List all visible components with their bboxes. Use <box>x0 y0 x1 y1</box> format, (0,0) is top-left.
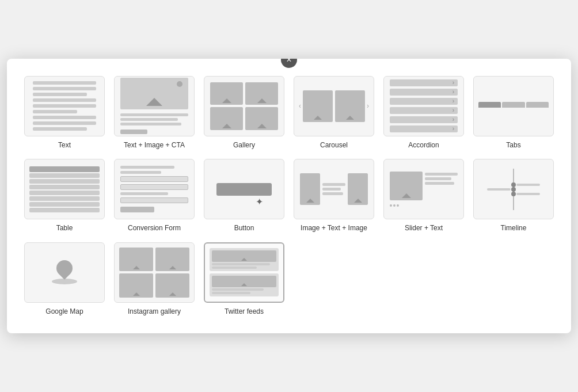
tab-item <box>478 102 501 108</box>
widget-label-button: Button <box>234 224 254 233</box>
tweet-item <box>210 248 279 271</box>
widget-item-button[interactable]: ✦ Button <box>204 159 284 233</box>
widget-thumb-carousel: ‹ › <box>294 76 374 136</box>
widget-item-slider-text[interactable]: Slider + Text <box>383 159 464 233</box>
slt-dot <box>393 204 396 207</box>
gallery-cell <box>245 82 278 105</box>
slt-line <box>425 173 458 176</box>
gallery-cell <box>210 82 243 105</box>
widget-label-gallery: Gallery <box>233 141 255 150</box>
text-icon <box>25 76 104 136</box>
carousel-main <box>303 90 365 122</box>
widget-thumb-tabs <box>473 76 554 136</box>
text-line <box>33 127 87 131</box>
close-button[interactable]: × <box>281 59 297 68</box>
widget-thumb-google-map <box>24 242 105 303</box>
text-line <box>33 87 96 90</box>
twitter-feeds-icon <box>205 243 283 301</box>
tabs-header <box>478 102 549 108</box>
iti-line <box>322 188 341 191</box>
table-data-row <box>29 196 100 201</box>
accordion-row <box>390 125 458 132</box>
widget-item-image-text-image[interactable]: Image + Text + Image <box>294 159 374 233</box>
widget-item-gallery[interactable]: Gallery <box>204 76 284 150</box>
tabs-icon <box>474 97 553 115</box>
form-input <box>120 197 188 203</box>
slt-dot <box>390 204 392 207</box>
iti-line <box>322 192 343 195</box>
button-icon: ✦ <box>204 159 284 219</box>
widget-item-text[interactable]: Text <box>24 76 105 150</box>
widget-picker-modal: × Text <box>7 59 571 334</box>
slt-line <box>425 182 454 185</box>
text-image-cta-icon <box>115 76 194 136</box>
timeline-node-dot <box>511 182 516 187</box>
widget-thumb-accordion <box>383 76 464 136</box>
widget-thumb-button: ✦ <box>204 159 284 219</box>
accordion-row <box>390 116 458 123</box>
widget-label-twitter-feeds: Twitter feeds <box>225 307 264 317</box>
slt-dots <box>390 204 423 207</box>
slider-text-icon <box>384 166 463 212</box>
accordion-icon <box>384 76 463 136</box>
ig-cell <box>119 273 153 298</box>
carousel-icon: ‹ › <box>294 86 374 127</box>
widget-label-accordion: Accordion <box>408 141 439 150</box>
widget-item-text-image-cta[interactable]: Text + Image + CTA <box>114 76 195 150</box>
timeline-icon <box>474 159 553 219</box>
table-header-row <box>29 166 100 172</box>
form-input <box>120 184 188 190</box>
slt-dot <box>397 204 399 207</box>
tic-line <box>120 113 188 116</box>
carousel-right-arrow: › <box>367 102 369 110</box>
iti-text <box>322 183 345 195</box>
accordion-row <box>390 98 458 105</box>
widget-item-timeline[interactable]: Timeline <box>473 159 554 233</box>
widget-label-tabs: Tabs <box>506 141 520 150</box>
text-line <box>33 110 77 113</box>
widget-thumb-timeline <box>473 159 554 219</box>
carousel-item <box>303 90 333 122</box>
widget-item-tabs[interactable]: Tabs <box>473 76 554 150</box>
timeline-node-dot <box>511 187 516 192</box>
gallery-cell <box>210 107 243 130</box>
widget-item-conversion-form[interactable]: Conversion Form <box>114 159 195 233</box>
widget-thumb-image-text-image <box>294 159 374 219</box>
widget-item-google-map[interactable]: Google Map <box>24 242 105 317</box>
button-widget <box>216 183 272 196</box>
map-pin <box>52 260 77 284</box>
timeline-node-dot <box>511 192 516 196</box>
tic-line <box>120 123 181 125</box>
widget-label-table: Table <box>56 224 73 233</box>
accordion-row <box>390 89 458 96</box>
form-submit-button <box>120 207 154 212</box>
text-line <box>33 93 87 96</box>
widget-item-carousel[interactable]: ‹ › Carousel <box>294 76 374 150</box>
ig-cell <box>155 273 189 298</box>
widget-label-conversion-form: Conversion Form <box>128 224 181 233</box>
carousel-left-arrow: ‹ <box>299 102 301 110</box>
widget-thumb-twitter-feeds <box>204 242 284 303</box>
gallery-icon <box>204 77 284 136</box>
widget-item-table[interactable]: Table <box>24 159 105 233</box>
widget-item-accordion[interactable]: Accordion <box>383 76 464 150</box>
timeline-node-left-line <box>487 188 511 191</box>
text-line <box>33 98 96 102</box>
widget-thumb-text-image-cta <box>114 76 195 136</box>
tic-lines <box>120 113 188 125</box>
form-icon <box>115 160 194 218</box>
gallery-cell <box>245 107 278 130</box>
tic-image <box>120 78 188 109</box>
widget-label-text-image-cta: Text + Image + CTA <box>124 141 185 150</box>
widget-thumb-instagram-gallery <box>114 242 195 303</box>
form-line <box>120 192 168 195</box>
tweet-image <box>212 250 276 262</box>
table-data-row <box>29 202 100 207</box>
instagram-grid-icon <box>115 243 194 302</box>
iti-image-right <box>348 173 368 205</box>
widget-item-instagram-gallery[interactable]: Instagram gallery <box>114 242 195 317</box>
tweet-text-line <box>212 267 257 269</box>
widget-grid: Text Text + Image + CTA <box>24 76 554 317</box>
widget-item-twitter-feeds[interactable]: Twitter feeds <box>204 242 284 317</box>
tab-item <box>502 102 524 108</box>
